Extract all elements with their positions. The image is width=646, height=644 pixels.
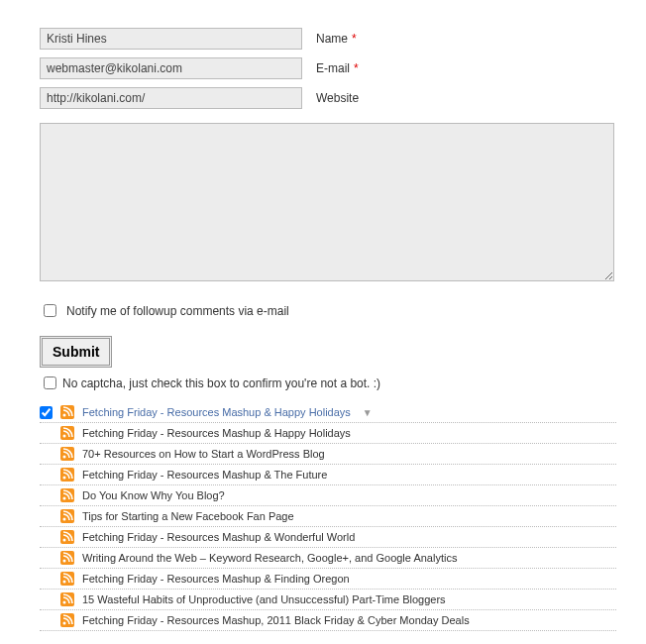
post-link[interactable]: 70+ Resources on How to Start a WordPres… <box>82 448 325 460</box>
post-link[interactable]: Fetching Friday - Resources Mashup, 2011… <box>82 614 470 626</box>
svg-point-17 <box>63 581 66 584</box>
checkbox-placeholder <box>40 614 53 627</box>
submit-button[interactable]: Submit <box>40 336 112 368</box>
checkbox-placeholder <box>40 489 53 502</box>
rss-icon-wrap <box>60 426 74 440</box>
checkbox-placeholder <box>40 469 53 482</box>
name-field[interactable] <box>40 28 302 50</box>
rss-icon <box>60 426 74 440</box>
svg-point-3 <box>63 435 66 438</box>
name-label: Name <box>316 32 348 46</box>
rss-icon-wrap <box>60 551 74 565</box>
post-item: Fetching Friday - Resources Mashup, 2011… <box>40 610 616 631</box>
rss-icon-wrap <box>60 447 74 461</box>
post-link[interactable]: 15 Wasteful Habits of Unproductive (and … <box>82 593 446 605</box>
post-item: Do You Know Why You Blog? <box>40 485 616 506</box>
checkbox-placeholder <box>40 448 53 461</box>
rss-icon-wrap <box>60 530 74 544</box>
post-item: Writing Around the Web – Keyword Researc… <box>40 548 616 569</box>
svg-point-1 <box>63 414 66 417</box>
svg-point-21 <box>63 622 66 625</box>
svg-point-5 <box>63 456 66 459</box>
rss-icon-wrap <box>60 468 74 482</box>
svg-point-11 <box>63 518 66 521</box>
captcha-label: No captcha, just check this box to confi… <box>62 376 380 390</box>
rss-icon-wrap <box>60 592 74 606</box>
required-mark: * <box>354 61 359 75</box>
post-link[interactable]: Fetching Friday - Resources Mashup & Hap… <box>82 406 351 418</box>
svg-point-15 <box>63 560 66 563</box>
rss-icon <box>60 447 74 461</box>
post-item: 70+ Resources on How to Start a WordPres… <box>40 444 616 465</box>
rss-icon <box>60 405 74 419</box>
checkbox-placeholder <box>40 427 53 440</box>
post-link[interactable]: Do You Know Why You Blog? <box>82 489 225 501</box>
post-select-checkbox[interactable] <box>40 406 53 419</box>
post-link[interactable]: Fetching Friday - Resources Mashup & Fin… <box>82 573 350 585</box>
rss-icon <box>60 509 74 523</box>
svg-point-7 <box>63 477 66 480</box>
notify-label: Notify me of followup comments via e-mai… <box>66 304 289 318</box>
checkbox-placeholder <box>40 510 53 523</box>
rss-icon <box>60 488 74 502</box>
checkbox-placeholder <box>40 573 53 586</box>
website-field[interactable] <box>40 87 302 109</box>
post-link[interactable]: Fetching Friday - Resources Mashup & Hap… <box>82 427 351 439</box>
post-item: Fetching Friday - Resources Mashup & Won… <box>40 527 616 548</box>
rss-icon <box>60 613 74 627</box>
post-link[interactable]: Fetching Friday - Resources Mashup & The… <box>82 469 327 481</box>
post-link[interactable]: Writing Around the Web – Keyword Researc… <box>82 552 457 564</box>
notify-checkbox[interactable] <box>44 304 56 317</box>
rss-icon-wrap <box>60 405 74 419</box>
post-item: Fetching Friday - Resources Mashup & Hap… <box>40 423 616 444</box>
post-link[interactable]: Tips for Starting a New Facebook Fan Pag… <box>82 510 294 522</box>
rss-icon-wrap <box>60 488 74 502</box>
post-list: Fetching Friday - Resources Mashup & Hap… <box>40 402 616 631</box>
website-label: Website <box>316 91 359 105</box>
svg-point-13 <box>63 539 66 542</box>
checkbox-placeholder <box>40 531 53 544</box>
post-item: Fetching Friday - Resources Mashup & Hap… <box>40 402 616 423</box>
checkbox-placeholder <box>40 552 53 565</box>
rss-icon <box>60 530 74 544</box>
rss-icon <box>60 572 74 586</box>
chevron-down-icon[interactable]: ▼ <box>363 407 373 418</box>
rss-icon-wrap <box>60 509 74 523</box>
rss-icon <box>60 592 74 606</box>
post-item: Fetching Friday - Resources Mashup & Fin… <box>40 569 616 590</box>
checkbox-placeholder <box>40 593 53 606</box>
rss-icon-wrap <box>60 613 74 627</box>
post-item: Fetching Friday - Resources Mashup & The… <box>40 465 616 485</box>
svg-point-19 <box>63 601 66 604</box>
post-link[interactable]: Fetching Friday - Resources Mashup & Won… <box>82 531 355 543</box>
svg-point-9 <box>63 497 66 500</box>
post-item: 15 Wasteful Habits of Unproductive (and … <box>40 590 616 610</box>
comment-textarea[interactable] <box>40 123 614 281</box>
captcha-checkbox[interactable] <box>44 376 56 389</box>
required-mark: * <box>352 32 357 46</box>
email-field[interactable] <box>40 57 302 79</box>
rss-icon <box>60 551 74 565</box>
rss-icon-wrap <box>60 572 74 586</box>
rss-icon <box>60 468 74 482</box>
post-item: Tips for Starting a New Facebook Fan Pag… <box>40 506 616 527</box>
email-label: E-mail <box>316 61 350 75</box>
